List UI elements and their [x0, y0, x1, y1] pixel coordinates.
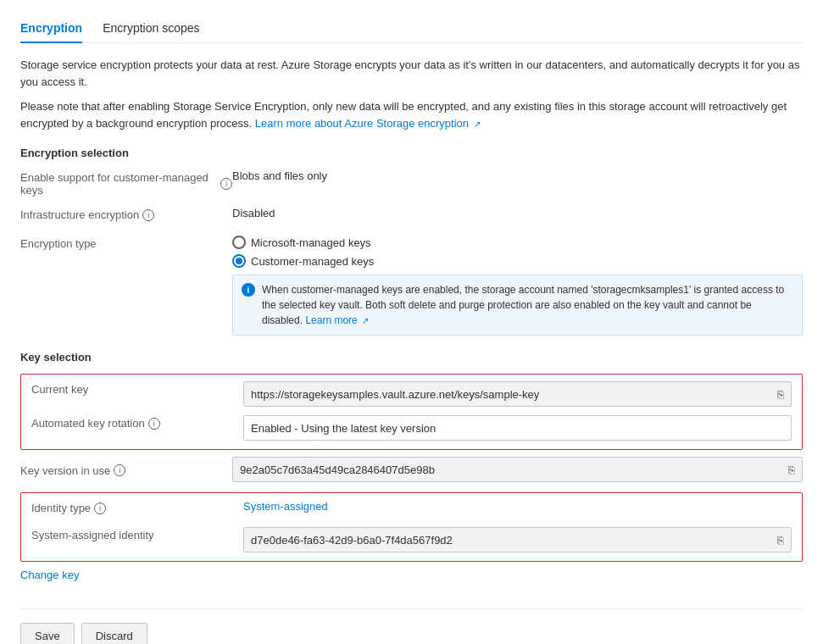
divider: [20, 608, 803, 609]
tab-encryption-scopes[interactable]: Encryption scopes: [103, 14, 199, 43]
encryption-selection-heading: Encryption selection: [20, 147, 803, 159]
system-identity-field: ⎘: [243, 527, 792, 552]
customer-managed-keys-value: Blobs and files only: [232, 169, 803, 182]
customer-managed-keys-label: Enable support for customer-managed keys…: [20, 169, 232, 197]
current-key-copy-icon[interactable]: ⎘: [777, 388, 784, 401]
radio-customer-circle[interactable]: [232, 254, 246, 268]
key-version-value: ⎘: [232, 457, 803, 482]
identity-box: Identity type i System-assigned System-a…: [20, 492, 803, 562]
key-version-copy-icon[interactable]: ⎘: [788, 464, 795, 476]
automated-rotation-value: Enabled - Using the latest key version: [243, 415, 792, 441]
info-box-icon: i: [242, 283, 255, 297]
current-key-label: Current key: [31, 381, 243, 396]
encryption-type-radio-group: Microsoft-managed keys Customer-managed …: [232, 236, 803, 268]
automated-rotation-row: Automated key rotation i Enabled - Using…: [31, 415, 792, 441]
radio-customer-managed[interactable]: Customer-managed keys: [232, 254, 803, 268]
infrastructure-encryption-row: Infrastructure encryption i Disabled: [20, 207, 803, 225]
change-key-link[interactable]: Change key: [20, 569, 79, 581]
infrastructure-encryption-info-icon[interactable]: i: [142, 209, 154, 221]
identity-type-info-icon[interactable]: i: [94, 502, 106, 514]
current-key-row: Current key ⎘: [31, 381, 792, 407]
key-selection-heading: Key selection: [20, 351, 803, 364]
encryption-type-row: Encryption type Microsoft-managed keys C…: [20, 236, 803, 336]
system-identity-label: System-assigned identity: [31, 527, 243, 541]
encryption-type-label: Encryption type: [20, 236, 232, 250]
current-key-input: [251, 388, 774, 401]
identity-type-value: System-assigned: [243, 500, 792, 513]
identity-type-label: Identity type i: [31, 500, 243, 514]
key-version-input: [240, 464, 785, 476]
key-version-info-icon[interactable]: i: [114, 464, 125, 476]
automated-rotation-info-icon[interactable]: i: [148, 418, 160, 430]
system-identity-row: System-assigned identity ⎘: [31, 527, 792, 552]
key-version-label: Key version in use i: [20, 463, 232, 477]
description-2: Please note that after enabling Storage …: [20, 98, 803, 131]
info-box-external-link-icon: ↗: [362, 314, 369, 327]
customer-managed-keys-info-icon[interactable]: i: [220, 178, 232, 190]
identity-type-row: Identity type i System-assigned: [31, 500, 792, 519]
radio-microsoft-managed[interactable]: Microsoft-managed keys: [232, 236, 803, 249]
description-1: Storage service encryption protects your…: [20, 57, 803, 90]
external-link-icon: ↗: [474, 118, 481, 130]
info-box-content: When customer-managed keys are enabled, …: [262, 282, 793, 328]
system-identity-value: ⎘: [243, 527, 792, 552]
tab-bar: Encryption Encryption scopes: [20, 14, 803, 43]
button-row: Save Discard: [20, 623, 803, 644]
customer-managed-keys-row: Enable support for customer-managed keys…: [20, 169, 803, 197]
key-version-field: ⎘: [232, 457, 803, 482]
automated-rotation-label: Automated key rotation i: [31, 415, 243, 430]
automated-rotation-field: Enabled - Using the latest key version: [243, 415, 792, 441]
customer-managed-info-box: i When customer-managed keys are enabled…: [232, 275, 803, 336]
system-identity-input: [251, 534, 774, 547]
encryption-type-value: Microsoft-managed keys Customer-managed …: [232, 236, 803, 336]
infrastructure-encryption-label: Infrastructure encryption i: [20, 207, 232, 221]
save-button[interactable]: Save: [20, 623, 75, 644]
discard-button[interactable]: Discard: [81, 623, 147, 644]
infrastructure-encryption-value: Disabled: [232, 207, 803, 219]
info-box-learn-more-link[interactable]: Learn more ↗: [305, 314, 369, 326]
current-key-value: ⎘: [243, 381, 792, 407]
current-key-field: ⎘: [243, 381, 792, 407]
radio-microsoft-circle[interactable]: [232, 236, 246, 249]
key-rotation-box: Current key ⎘ Automated key rotation i E…: [20, 374, 803, 450]
key-version-row: Key version in use i ⎘: [20, 457, 803, 482]
tab-encryption[interactable]: Encryption: [20, 14, 82, 43]
system-identity-copy-icon[interactable]: ⎘: [777, 534, 784, 547]
learn-more-link[interactable]: Learn more about Azure Storage encryptio…: [255, 117, 481, 130]
